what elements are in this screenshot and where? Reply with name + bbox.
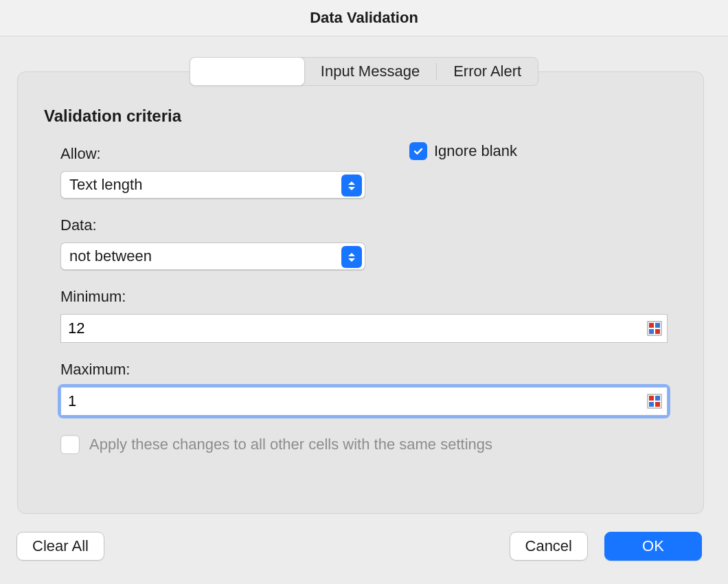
settings-panel: Validation criteria Allow: Text length I…	[17, 71, 704, 514]
allow-label: Allow:	[60, 145, 677, 163]
svg-rect-4	[655, 329, 660, 334]
svg-rect-1	[649, 323, 654, 328]
svg-rect-8	[655, 396, 660, 401]
data-select[interactable]: not between	[60, 243, 365, 270]
svg-rect-6	[649, 396, 654, 401]
dropdown-stepper-icon	[341, 175, 362, 196]
tab-settings[interactable]	[190, 57, 305, 86]
minimum-input[interactable]	[60, 314, 668, 343]
checkmark-icon	[413, 146, 424, 157]
minimum-label: Minimum:	[60, 288, 677, 306]
apply-all-label: Apply these changes to all other cells w…	[89, 436, 492, 453]
apply-all-checkbox	[60, 435, 80, 454]
cancel-button[interactable]: Cancel	[510, 532, 588, 561]
tab-input-message[interactable]: Input Message	[304, 58, 436, 85]
maximum-label: Maximum:	[60, 361, 677, 379]
maximum-field-wrap	[60, 387, 668, 416]
apply-all-row: Apply these changes to all other cells w…	[60, 435, 677, 454]
minimum-field-wrap	[60, 314, 668, 343]
svg-rect-2	[649, 329, 654, 334]
criteria-section-title: Validation criteria	[44, 106, 677, 126]
dropdown-stepper-icon	[341, 246, 362, 268]
tab-error-alert[interactable]: Error Alert	[437, 58, 538, 85]
maximum-input[interactable]	[60, 387, 668, 416]
svg-rect-7	[649, 402, 654, 407]
allow-select[interactable]: Text length	[60, 171, 365, 199]
range-picker-icon[interactable]	[647, 321, 662, 336]
window-title: Data Validation	[0, 0, 728, 36]
svg-rect-3	[655, 323, 660, 328]
ignore-blank-row: Ignore blank	[409, 142, 517, 160]
ok-button[interactable]: OK	[604, 532, 702, 561]
range-picker-icon[interactable]	[647, 394, 662, 409]
allow-value: Text length	[69, 176, 142, 194]
dialog-footer: Clear All Cancel OK	[16, 532, 702, 561]
data-value: not between	[69, 247, 152, 265]
svg-rect-9	[655, 402, 660, 407]
data-label: Data:	[60, 216, 677, 234]
clear-all-button[interactable]: Clear All	[16, 532, 104, 561]
ignore-blank-checkbox[interactable]	[409, 142, 427, 160]
tab-segmented-control: Input Message Error Alert	[190, 57, 538, 86]
ignore-blank-label: Ignore blank	[434, 142, 517, 160]
tab-strip: Input Message Error Alert	[0, 57, 728, 86]
